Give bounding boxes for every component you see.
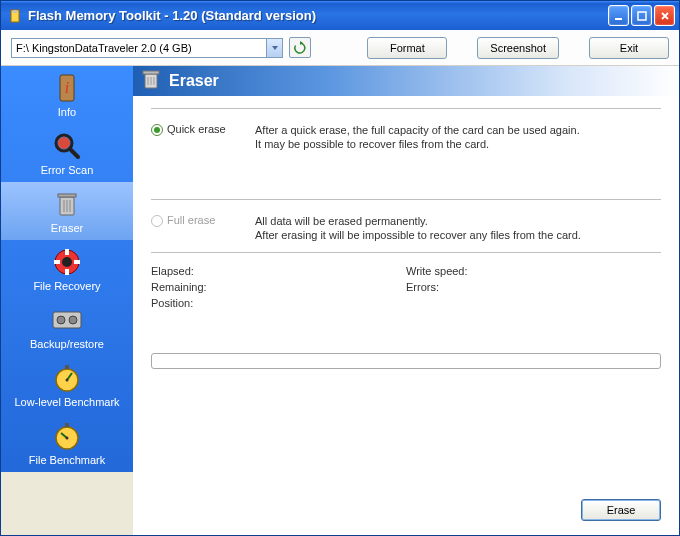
minimize-button[interactable] [608,5,629,26]
window-buttons [608,5,679,26]
option-description: All data will be erased permanently. Aft… [255,214,661,242]
app-window: Flash Memory Toolkit - 1.20 (Standard ve… [0,0,680,536]
svg-rect-3 [638,12,646,20]
refresh-icon [293,41,307,55]
dropdown-arrow-icon [266,39,282,57]
divider [151,199,661,200]
sidebar-item-label: Backup/restore [30,338,104,350]
main-pane: Eraser Quick erase After a quick erase, … [133,66,679,535]
sidebar-item-eraser[interactable]: Eraser [1,182,133,240]
sidebar-item-file-benchmark[interactable]: File Benchmark [1,414,133,472]
refresh-button[interactable] [289,37,311,58]
stat-writespeed: Write speed: [406,265,661,277]
title-bar: Flash Memory Toolkit - 1.20 (Standard ve… [1,1,679,30]
svg-rect-24 [65,365,69,369]
sidebar-item-label: Info [58,106,76,118]
svg-point-26 [66,379,69,382]
stat-position: Position: [151,297,406,309]
option-full-erase: Full erase All data will be erased perma… [151,208,661,248]
info-icon: i [51,72,83,104]
erase-button[interactable]: Erase [581,499,661,521]
option-quick-erase[interactable]: Quick erase After a quick erase, the ful… [151,117,661,157]
sidebar: i Info Error Scan Eraser Fi [1,66,133,535]
stopwatch-icon [51,362,83,394]
svg-rect-18 [54,260,60,264]
sidebar-tail [1,472,133,535]
sidebar-item-label: Low-level Benchmark [14,396,119,408]
stat-elapsed: Elapsed: [151,265,406,277]
trash-icon [51,188,83,220]
svg-line-8 [70,149,78,157]
sidebar-item-label: File Benchmark [29,454,105,466]
progress-bar [151,353,661,369]
svg-rect-1 [13,10,17,13]
svg-rect-17 [65,269,69,275]
radio-quick-erase[interactable] [151,124,163,136]
tape-icon [51,304,83,336]
main-header: Eraser [133,66,679,96]
radio-full-erase [151,215,163,227]
stat-remaining: Remaining: [151,281,406,293]
option-label: Quick erase [167,123,251,135]
screenshot-button[interactable]: Screenshot [477,37,559,59]
drive-select-value: F:\ KingstonDataTraveler 2.0 (4 GB) [12,42,266,54]
maximize-button[interactable] [631,5,652,26]
svg-point-15 [62,257,72,267]
svg-point-30 [66,437,69,440]
page-title: Eraser [169,72,219,90]
sidebar-item-label: Eraser [51,222,83,234]
body: i Info Error Scan Eraser Fi [1,66,679,535]
svg-rect-10 [58,194,76,197]
stats-grid: Elapsed: Write speed: Remaining: Errors:… [151,265,661,309]
sidebar-item-label: Error Scan [41,164,94,176]
svg-rect-28 [65,423,69,427]
sidebar-item-lowlevel-benchmark[interactable]: Low-level Benchmark [1,356,133,414]
svg-rect-16 [65,249,69,255]
stopwatch-icon [51,420,83,452]
sidebar-item-file-recovery[interactable]: File Recovery [1,240,133,298]
progress-wrap [151,353,661,369]
stat-errors: Errors: [406,281,661,293]
trash-icon [141,68,161,94]
window-title: Flash Memory Toolkit - 1.20 (Standard ve… [28,8,608,23]
svg-rect-32 [143,71,159,74]
sidebar-item-backup-restore[interactable]: Backup/restore [1,298,133,356]
svg-point-7 [58,137,70,149]
svg-rect-19 [74,260,80,264]
option-label: Full erase [167,214,251,226]
svg-point-21 [57,316,65,324]
svg-rect-2 [615,18,622,20]
close-button[interactable] [654,5,675,26]
svg-point-22 [69,316,77,324]
toolbar: F:\ KingstonDataTraveler 2.0 (4 GB) Form… [1,30,679,66]
option-description: After a quick erase, the full capacity o… [255,123,661,151]
magnifier-icon [51,130,83,162]
sidebar-item-label: File Recovery [33,280,100,292]
divider [151,108,661,109]
divider [151,252,661,253]
exit-button[interactable]: Exit [589,37,669,59]
format-button[interactable]: Format [367,37,447,59]
sidebar-item-error-scan[interactable]: Error Scan [1,124,133,182]
main-body: Quick erase After a quick erase, the ful… [133,96,679,499]
svg-text:i: i [65,79,69,96]
app-icon [7,8,23,24]
footer: Erase [133,499,679,525]
lifebuoy-icon [51,246,83,278]
drive-select[interactable]: F:\ KingstonDataTraveler 2.0 (4 GB) [11,38,283,58]
sidebar-item-info[interactable]: i Info [1,66,133,124]
